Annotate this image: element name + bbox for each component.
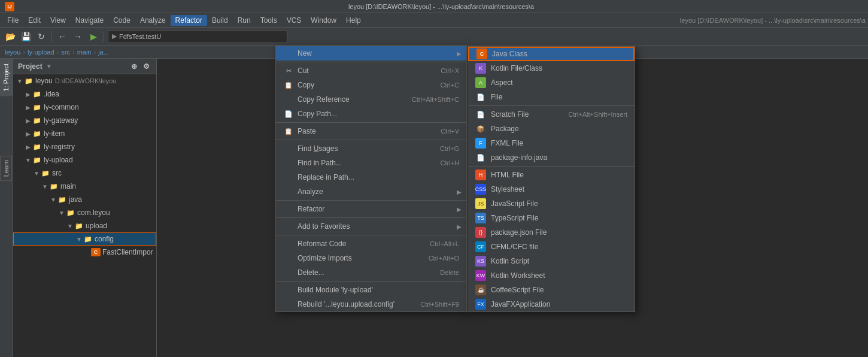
tree-item-ly-registry[interactable]: ▶ 📁 ly-registry: [13, 140, 156, 153]
tree-item-ly-common[interactable]: ▶ 📁 ly-common: [13, 101, 156, 114]
tree-item-src[interactable]: ▼ 📁 src: [13, 167, 156, 180]
cm-item-copy-ref[interactable]: Copy Reference Ctrl+Alt+Shift+C: [276, 92, 466, 107]
bc-leyou[interactable]: leyou: [5, 49, 20, 56]
kotlin-icon: K: [475, 63, 486, 74]
submenu-coffee[interactable]: ☕ CoffeeScript File: [468, 283, 635, 297]
menu-window[interactable]: Window: [306, 15, 341, 26]
cm-item-reformat[interactable]: Reformat Code Ctrl+Alt+L: [276, 237, 466, 251]
menu-run[interactable]: Run: [233, 15, 256, 26]
javafx-icon: FX: [475, 299, 486, 310]
submenu-kotlin-worksheet[interactable]: KW Kotlin Worksheet: [468, 268, 635, 283]
folder-icon: 📁: [32, 155, 42, 165]
side-tab-project[interactable]: 1: Project: [0, 59, 13, 96]
submenu-kotlin-file[interactable]: K Kotlin File/Class: [468, 61, 635, 75]
submenu-java-class[interactable]: C Java Class: [468, 47, 635, 61]
find-path-icon: [283, 158, 294, 168]
tree-item-java[interactable]: ▼ 📁 java: [13, 193, 156, 206]
cm-item-find-usages[interactable]: Find Usages Ctrl+G: [276, 141, 466, 156]
cm-item-new[interactable]: New C Java Class K Kotlin File/Class A A…: [276, 46, 466, 60]
refactor-icon: [283, 204, 294, 214]
tree-item-upload[interactable]: ▼ 📁 upload: [13, 219, 156, 232]
learn-tab[interactable]: Learn: [0, 156, 12, 181]
cm-item-find-in-path[interactable]: Find in Path... Ctrl+H: [276, 156, 466, 170]
folder-icon: 📁: [32, 89, 42, 99]
tree-item-main[interactable]: ▼ 📁 main: [13, 180, 156, 193]
bc-src[interactable]: src: [61, 49, 70, 56]
menu-file[interactable]: File: [2, 15, 23, 26]
cm-sep6: [276, 235, 466, 235]
tree-item-fastclient[interactable]: C FastClientImpor: [13, 246, 156, 259]
cm-item-optimize[interactable]: Optimize Imports Ctrl+Alt+O: [276, 251, 466, 265]
cm-item-refactor[interactable]: Refactor: [276, 202, 466, 216]
copy-ref-icon: [283, 94, 294, 105]
menu-vcs[interactable]: VCS: [282, 15, 306, 26]
cm-item-paste[interactable]: 📋 Paste Ctrl+V: [276, 124, 466, 138]
menu-code[interactable]: Code: [108, 15, 135, 26]
cm-item-analyze[interactable]: Analyze: [276, 184, 466, 199]
submenu-cfml[interactable]: CF CFML/CFC file: [468, 240, 635, 254]
submenu-file[interactable]: 📄 File: [468, 90, 635, 104]
submenu-pjson[interactable]: {} package.json File: [468, 225, 635, 240]
pjson-icon: {}: [475, 227, 486, 238]
tree-item-leyou[interactable]: ▼ 📁 leyou D:\IDEAWORK\leyou: [13, 74, 156, 87]
cm-item-delete[interactable]: Delete... Delete: [276, 265, 466, 280]
toolbar-open[interactable]: 📂: [4, 30, 17, 43]
bc-main[interactable]: main: [77, 49, 92, 56]
submenu-css[interactable]: CSS Stylesheet: [468, 182, 635, 196]
toolbar-forward[interactable]: →: [71, 30, 84, 43]
cm-item-replace-path[interactable]: Replace in Path...: [276, 170, 466, 184]
tree-item-ly-gateway[interactable]: ▶ 📁 ly-gateway: [13, 114, 156, 127]
cm-sep5: [276, 217, 466, 218]
submenu-javafx[interactable]: FX JavaFXApplication: [468, 297, 635, 311]
submenu-fxml[interactable]: F FXML File: [468, 136, 635, 150]
submenu-ts[interactable]: TS TypeScript File: [468, 211, 635, 225]
menu-tools[interactable]: Tools: [256, 15, 282, 26]
menu-navigate[interactable]: Navigate: [71, 15, 108, 26]
panel-actions: ⊕ ⚙: [129, 61, 151, 72]
tree-item-idea[interactable]: ▶ 📁 .idea: [13, 87, 156, 101]
menu-refactor[interactable]: Refactor: [171, 15, 207, 26]
folder-icon: 📁: [66, 208, 75, 217]
menu-help[interactable]: Help: [341, 15, 366, 26]
submenu-pkg-info[interactable]: 📄 package-info.java: [468, 150, 635, 165]
toolbar-run-config[interactable]: ▶: [87, 30, 100, 43]
menu-build[interactable]: Build: [207, 15, 233, 26]
menu-view[interactable]: View: [45, 15, 71, 26]
tree-item-ly-upload[interactable]: ▼ 📁 ly-upload: [13, 153, 156, 167]
submenu-new: C Java Class K Kotlin File/Class A Aspec…: [468, 46, 635, 312]
coffee-icon: ☕: [475, 285, 486, 295]
toolbar-save[interactable]: 💾: [19, 30, 32, 43]
cm-item-copy-path[interactable]: 📄 Copy Path...: [276, 107, 466, 121]
submenu-kotlin-script[interactable]: KS Kotlin Script: [468, 254, 635, 268]
panel-add-btn[interactable]: ⊕: [129, 61, 139, 72]
toolbar-breadcrumb[interactable]: ▶ FdfsTest.testU: [108, 30, 287, 43]
tree-item-config[interactable]: ▼ 📁 config: [13, 232, 156, 246]
fxml-icon: F: [475, 138, 486, 149]
cm-item-add-favorites[interactable]: Add to Favorites: [276, 219, 466, 234]
cm-item-build-module[interactable]: Build Module 'ly-upload': [276, 283, 466, 297]
panel-settings-btn[interactable]: ⚙: [141, 61, 151, 72]
bc-java[interactable]: ja...: [98, 49, 109, 56]
tree-item-ly-item[interactable]: ▶ 📁 ly-item: [13, 127, 156, 140]
submenu-html[interactable]: H HTML File: [468, 168, 635, 182]
cm-item-copy[interactable]: 📋 Copy Ctrl+C: [276, 78, 466, 92]
submenu-aspect[interactable]: A Aspect: [468, 75, 635, 90]
project-panel: Project ▾ ⊕ ⚙ ▼ 📁 leyou D:\IDEAWORK\leyo…: [13, 59, 157, 357]
cm-item-rebuild[interactable]: Rebuild '...leyou.upload.config' Ctrl+Sh…: [276, 297, 466, 311]
submenu-js[interactable]: JS JavaScript File: [468, 196, 635, 211]
folder-icon: 📁: [57, 195, 67, 204]
bc-ly-upload[interactable]: ly-upload: [28, 49, 54, 56]
toolbar-back[interactable]: ←: [56, 30, 69, 43]
submenu-package[interactable]: 📦 Package: [468, 122, 635, 136]
menu-analyze[interactable]: Analyze: [135, 15, 171, 26]
menu-bar: File Edit View Navigate Code Analyze Ref…: [0, 13, 868, 28]
app-logo: IJ: [5, 2, 14, 11]
tree-item-com-leyou[interactable]: ▼ 📁 com.leyou: [13, 206, 156, 219]
project-tree: ▼ 📁 leyou D:\IDEAWORK\leyou ▶ 📁 .idea ▶ …: [13, 74, 156, 357]
toolbar-refresh[interactable]: ↻: [35, 30, 48, 43]
cm-item-cut[interactable]: ✂ Cut Ctrl+X: [276, 63, 466, 78]
copy-icon: 📋: [283, 80, 294, 90]
optimize-icon: [283, 253, 294, 264]
submenu-scratch[interactable]: 📄 Scratch File Ctrl+Alt+Shift+Insert: [468, 107, 635, 122]
menu-edit[interactable]: Edit: [23, 15, 45, 26]
